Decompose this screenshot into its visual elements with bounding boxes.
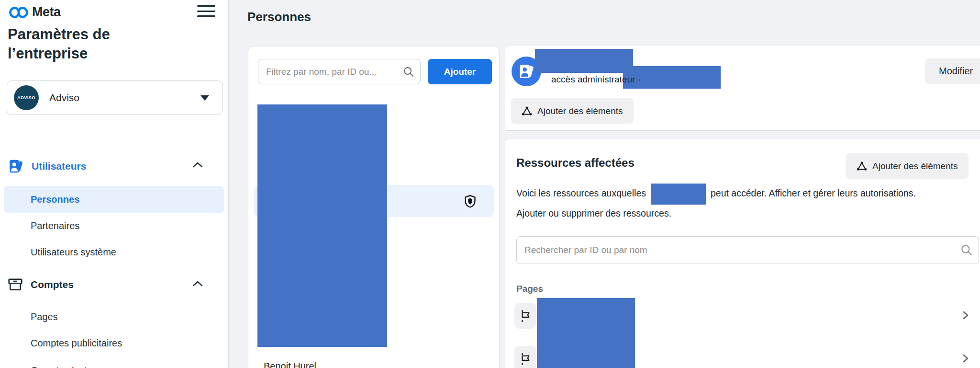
meta-logo: Meta	[9, 5, 61, 20]
meta-infinity-icon	[9, 6, 29, 19]
page-flag-icon	[514, 346, 536, 368]
page-title: Personnes	[247, 10, 311, 24]
add-elements-button[interactable]: Ajouter des éléments	[846, 153, 969, 179]
description-before: Voici les ressources auxquelles	[516, 188, 646, 198]
redaction-block	[257, 104, 387, 347]
business-selector[interactable]: ADVISO Adviso	[7, 80, 223, 115]
resources-search	[516, 236, 979, 264]
search-icon	[960, 244, 973, 256]
person-card-icon	[518, 63, 535, 80]
modify-button[interactable]: Modifier	[925, 58, 980, 84]
people-list-panel: Ajouter Benoit Hurel	[248, 46, 500, 368]
list-item-name-partial: Benoit Hurel	[264, 361, 316, 368]
assets-triangle-icon	[522, 106, 532, 116]
sidebar-section-utilisateurs[interactable]: Utilisateurs	[8, 158, 218, 174]
sidebar-item-partenaires[interactable]: Partenaires	[31, 219, 79, 232]
page-flag-icon	[514, 303, 536, 329]
resources-panel: Ressources affectées Ajouter des élément…	[505, 139, 980, 368]
sidebar-item-label: Personnes	[31, 194, 79, 205]
admin-shield-icon	[464, 195, 477, 208]
main-area: Personnes Ajouter Benoit Hurel	[229, 0, 980, 368]
sidebar-item-pages[interactable]: Pages	[31, 310, 58, 323]
people-search	[258, 59, 421, 84]
resources-description: Voici les ressources auxquellespeut accé…	[516, 184, 921, 222]
people-search-input[interactable]	[258, 59, 421, 84]
sidebar-item-comptes-publicitaires[interactable]: Comptes publicitaires	[31, 337, 122, 349]
sidebar-section-label: Comptes	[31, 279, 74, 290]
sidebar-title: Paramètres de l’entreprise	[8, 25, 189, 63]
search-icon	[403, 66, 414, 78]
sidebar-item-personnes[interactable]: Personnes	[4, 186, 224, 213]
users-card-icon	[8, 158, 24, 174]
chevron-up-icon[interactable]	[192, 281, 203, 287]
chevron-right-icon	[961, 354, 970, 363]
chevron-right-icon	[961, 310, 970, 320]
collapse-menu-icon[interactable]	[197, 5, 215, 18]
add-person-button[interactable]: Ajouter	[428, 59, 492, 84]
add-elements-label: Ajouter des éléments	[537, 106, 623, 116]
resources-search-input[interactable]	[516, 236, 979, 264]
meta-wordmark: Meta	[32, 5, 61, 20]
assets-triangle-icon	[857, 161, 867, 172]
add-elements-label: Ajouter des éléments	[872, 161, 958, 172]
person-detail-header: accès administrateur · Ajouter des éléme…	[505, 46, 980, 131]
business-name: Adviso	[49, 92, 79, 104]
resources-title: Ressources affectées	[516, 156, 635, 170]
business-avatar: ADVISO	[14, 85, 39, 110]
caret-down-icon	[200, 95, 209, 101]
redaction-block	[535, 49, 633, 73]
sidebar-item-utilisateurs-systeme[interactable]: Utilisateurs système	[31, 246, 116, 258]
pages-section-label: Pages	[516, 284, 543, 294]
sidebar-section-comptes[interactable]: Comptes	[8, 277, 218, 292]
person-role: accès administrateur ·	[551, 74, 641, 85]
sidebar: Meta Paramètres de l’entreprise ADVISO A…	[0, 0, 229, 368]
accounts-box-icon	[8, 277, 23, 292]
sidebar-item-comptes-instagram[interactable]: Comptes Instagram	[31, 364, 114, 368]
redaction-inline	[651, 184, 706, 205]
add-elements-button[interactable]: Ajouter des éléments	[511, 98, 634, 124]
sidebar-section-label: Utilisateurs	[32, 161, 86, 172]
chevron-up-icon[interactable]	[192, 162, 203, 168]
redaction-block	[537, 298, 635, 368]
